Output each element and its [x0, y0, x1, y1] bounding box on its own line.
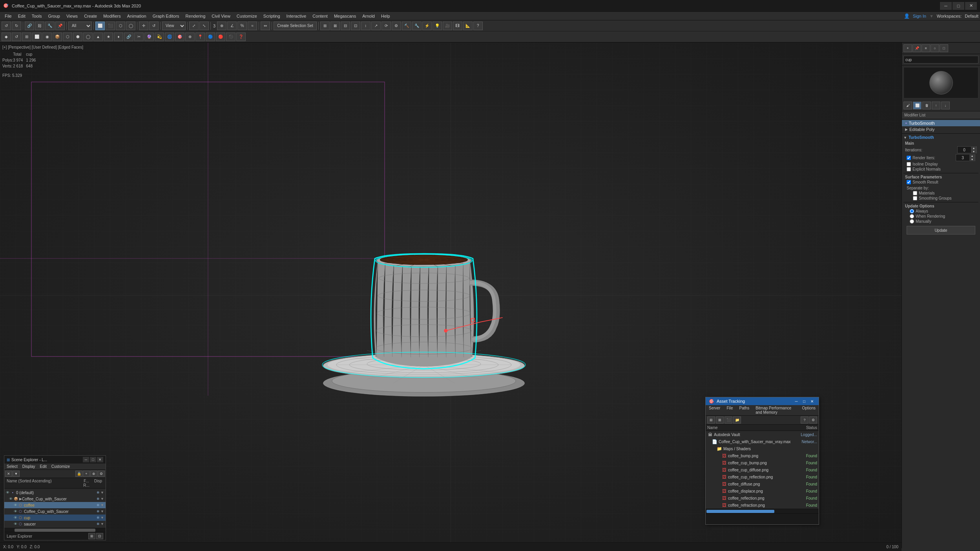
tb2-btn-7[interactable]: ⬡	[63, 33, 72, 41]
angle-snap-button[interactable]: ∠	[227, 22, 237, 30]
tb2-btn-13[interactable]: 🔗	[124, 33, 133, 41]
rp-pin-icon[interactable]: 📌	[912, 44, 921, 52]
tb2-btn-11[interactable]: ★	[104, 33, 113, 41]
search-input[interactable]	[903, 56, 978, 64]
at-tb-btn2[interactable]: ⊠	[716, 416, 724, 424]
mod-btn-edit[interactable]: ⬜	[913, 102, 922, 109]
at-scrollbar[interactable]	[706, 509, 819, 513]
at-item-cup-bump[interactable]: 🖼 coffee_cup_bump.png Found	[706, 459, 819, 466]
at-menu-server[interactable]: Server	[706, 405, 723, 415]
se-menu-edit[interactable]: Edit	[38, 464, 49, 469]
at-tb-btn1[interactable]: ⊞	[707, 416, 715, 424]
rp-circle-icon[interactable]: ○	[931, 44, 939, 52]
tb-btn-1[interactable]: ⊞	[320, 22, 330, 30]
tb2-btn-22[interactable]: 🔴	[216, 33, 225, 41]
modifier-turbosmooth[interactable]: ● TurboSmooth	[902, 120, 980, 126]
tb2-btn-14[interactable]: ✂	[134, 33, 144, 41]
scene-explorer-scrollbar[interactable]	[4, 528, 106, 532]
bind-button[interactable]: 🔧	[45, 22, 55, 30]
tb2-btn-5[interactable]: ◉	[42, 33, 52, 41]
filter-dropdown[interactable]: All	[68, 22, 92, 30]
menu-arnold[interactable]: Arnold	[359, 13, 378, 19]
menu-help[interactable]: Help	[378, 13, 393, 19]
tb-btn-12[interactable]: 💡	[433, 22, 442, 30]
tb2-btn-23[interactable]: ⚫	[226, 33, 235, 41]
smooth-result-checkbox[interactable]	[907, 180, 911, 184]
at-item-reflection[interactable]: 🖼 coffee_reflection.png Found	[706, 495, 819, 502]
tree-item-saucer[interactable]: 👁 ⬡ saucer ❄ ▼	[4, 521, 106, 527]
tb2-btn-18[interactable]: 🎯	[175, 33, 184, 41]
render-iters-up[interactable]: ▲	[969, 154, 975, 158]
tb-btn-7[interactable]: ⟳	[381, 22, 391, 30]
tb2-btn-21[interactable]: 🔵	[206, 33, 215, 41]
mirror-button[interactable]: ⇔	[261, 22, 270, 30]
tree-item-cup[interactable]: 👁 ⬡ cup ❄ ▼	[4, 515, 106, 521]
se-tb-filter[interactable]: ▼	[13, 471, 20, 477]
se-tb-options[interactable]: ⚙	[98, 471, 105, 477]
at-menu-paths[interactable]: Paths	[736, 405, 753, 415]
tb2-btn-20[interactable]: 📍	[195, 33, 205, 41]
link-button[interactable]: 🔗	[25, 22, 34, 30]
at-menu-bitmap[interactable]: Bitmap Performance and Memory	[752, 405, 799, 415]
menu-modifiers[interactable]: Modifiers	[100, 13, 124, 19]
tb-btn-14[interactable]: 🎞	[453, 22, 462, 30]
tree-item-cup-group[interactable]: 👁 📦 ▶ Coffee_Cup_with_Saucer ❄ ▼	[4, 496, 106, 502]
tb2-btn-6[interactable]: 📦	[53, 33, 62, 41]
tb-btn-15[interactable]: 📐	[463, 22, 473, 30]
mod-btn-up[interactable]: ↑	[932, 102, 940, 109]
scale-button[interactable]: ⤢	[189, 22, 199, 30]
create-selection-set-button[interactable]: Create Selection Set	[274, 22, 317, 30]
tb2-btn-10[interactable]: ▲	[93, 33, 103, 41]
menu-megascans[interactable]: Megascans	[331, 13, 359, 19]
tb2-btn-15[interactable]: 🔮	[144, 33, 154, 41]
unlink-button[interactable]: ⛓	[35, 22, 44, 30]
menu-graph-editors[interactable]: Graph Editors	[150, 13, 182, 19]
menu-civil-view[interactable]: Civil View	[208, 13, 233, 19]
tree-item-cup-nested[interactable]: 👁 ⬡ Coffee_Cup_with_Saucer ❄ ▼	[4, 508, 106, 515]
menu-content[interactable]: Content	[309, 13, 331, 19]
at-tb-btn4[interactable]: 📁	[733, 416, 741, 424]
tb2-btn-8[interactable]: ⬢	[73, 33, 82, 41]
menu-create[interactable]: Create	[81, 13, 100, 19]
at-maximize-btn[interactable]: □	[801, 398, 808, 404]
mod-btn-down[interactable]: ↓	[941, 102, 950, 109]
tb2-btn-17[interactable]: 🌀	[165, 33, 174, 41]
tb-btn-9[interactable]: 🔨	[402, 22, 411, 30]
se-menu-select[interactable]: Select	[4, 464, 20, 469]
tb2-btn-2[interactable]: ↺	[12, 33, 21, 41]
se-tb-lock[interactable]: 🔒	[75, 471, 82, 477]
percent-snap-button[interactable]: %	[237, 22, 247, 30]
menu-tools[interactable]: Tools	[29, 13, 45, 19]
at-menu-file[interactable]: File	[723, 405, 736, 415]
at-item-displace[interactable]: 🖼 coffee_displace.png Found	[706, 487, 819, 495]
footer-icon-1[interactable]: ⊞	[88, 533, 95, 539]
tree-item-coffee[interactable]: 👁 ⬡ coffee ❄ ▼	[4, 502, 106, 508]
tb-btn-10[interactable]: 🔧	[412, 22, 422, 30]
tb-btn-3[interactable]: ⊟	[341, 22, 350, 30]
menu-group[interactable]: Group	[45, 13, 63, 19]
se-menu-customize[interactable]: Customize	[49, 464, 72, 469]
rp-window-icon[interactable]: □	[940, 44, 948, 52]
materials-checkbox[interactable]	[913, 191, 917, 195]
menu-interactive[interactable]: Interactive	[283, 13, 310, 19]
tb2-btn-19[interactable]: ⊕	[185, 33, 195, 41]
workspaces-value[interactable]: Default	[965, 14, 978, 18]
at-item-refraction[interactable]: 🖼 coffee_refraction.png Found	[706, 502, 819, 509]
minimize-button[interactable]: ─	[940, 2, 952, 10]
at-item-vault[interactable]: 🏛 Autodesk Vault Logged...	[706, 431, 819, 438]
se-close-btn[interactable]: ✕	[97, 457, 103, 462]
menu-customize[interactable]: Customize	[234, 13, 260, 19]
sign-in-label[interactable]: Sign In	[913, 14, 926, 18]
se-minimize-btn[interactable]: ─	[83, 457, 89, 462]
at-item-cup-reflection[interactable]: 🖼 coffee_cup_reflection.png Found	[706, 473, 819, 480]
menu-views[interactable]: Views	[63, 13, 81, 19]
at-menu-options[interactable]: Options	[799, 405, 819, 415]
at-item-diffuse[interactable]: 🖼 coffee_diffuse.png Found	[706, 480, 819, 487]
mod-btn-delete[interactable]: 🗑	[922, 102, 931, 109]
snap-button[interactable]: ⊕	[217, 22, 226, 30]
select-region-button[interactable]: ⬛	[106, 22, 115, 30]
undo-button[interactable]: ↺	[2, 22, 11, 30]
iterations-spinner[interactable]: 0 ▲ ▼	[957, 146, 977, 153]
tb-btn-13[interactable]: 🎥	[443, 22, 452, 30]
rp-plus-icon[interactable]: +	[903, 44, 912, 52]
